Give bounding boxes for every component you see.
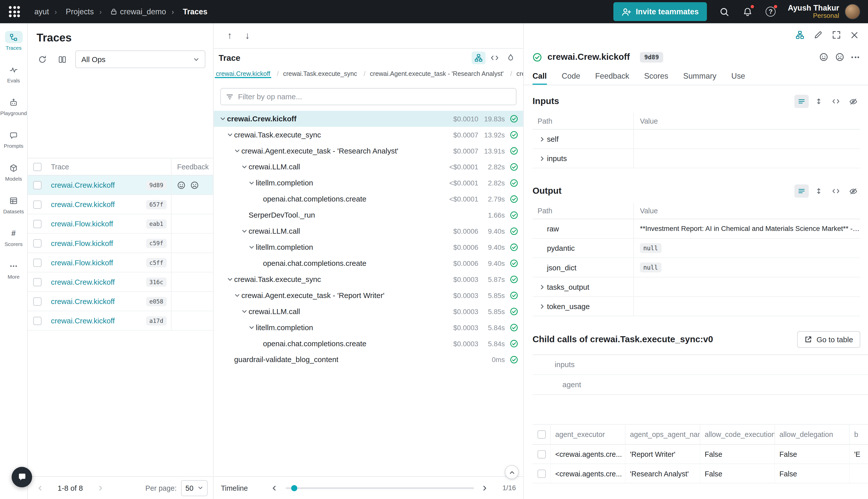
row-checkbox[interactable]	[537, 450, 546, 458]
trace-tree-row[interactable]: crewai.Agent.execute_task - 'Report Writ…	[214, 288, 523, 304]
previous-trace-button[interactable]: ↑	[223, 29, 237, 43]
column-header[interactable]: agent_executor	[550, 425, 625, 444]
chevron-down-icon[interactable]	[226, 276, 234, 282]
row-checkbox[interactable]	[33, 258, 41, 267]
row-checkbox[interactable]	[33, 181, 41, 189]
ops-filter-select[interactable]: All Ops	[75, 50, 206, 68]
table-row[interactable]: tasks_output	[532, 277, 860, 297]
table-row[interactable]: raw **Investment Report: AI in Chemical …	[532, 219, 860, 239]
chat-launcher-button[interactable]	[12, 467, 32, 487]
sidebar-item-prompts[interactable]: Prompts	[4, 129, 23, 149]
chevron-right-icon[interactable]	[537, 136, 547, 142]
table-row[interactable]: self	[532, 130, 860, 149]
sidebar-item-playground[interactable]: Playground	[0, 97, 27, 116]
detail-tab[interactable]: Summary	[683, 68, 716, 85]
row-checkbox[interactable]	[33, 278, 41, 286]
table-row[interactable]: crewai.Crew.kickoff 316c	[28, 272, 213, 292]
call-path-tab[interactable]: crewai.Task.execute_sync	[271, 70, 358, 78]
trace-tree-row[interactable]: litellm.completion $0.0006 9.40s	[214, 239, 523, 255]
table-row[interactable]: crewai.Crew.kickoff e058	[28, 292, 213, 311]
select-all-checkbox[interactable]	[537, 430, 546, 439]
detail-tab[interactable]: Call	[532, 68, 547, 85]
column-header[interactable]: allow_delegation	[774, 425, 850, 444]
scroll-to-top-button[interactable]	[505, 465, 519, 479]
chevron-down-icon[interactable]	[226, 132, 234, 138]
per-page-select[interactable]: 50	[181, 480, 208, 496]
row-checkbox[interactable]	[33, 239, 41, 247]
column-header[interactable]: allow_code_execution	[700, 425, 774, 444]
trace-tree-row[interactable]: openai.chat.completions.create <$0.0001 …	[214, 191, 523, 207]
wandb-logo[interactable]	[9, 6, 20, 17]
timeline-prev-icon[interactable]	[269, 483, 280, 494]
trace-name-link[interactable]: crewai.Flow.kickoff	[51, 220, 146, 228]
table-row[interactable]: crewai.Flow.kickoff c59f	[28, 234, 213, 253]
sidebar-item-evals[interactable]: Evals	[5, 63, 23, 83]
trace-tree-row[interactable]: crewai.LLM.call <$0.0001 2.82s	[214, 159, 523, 175]
trace-name-link[interactable]: crewai.Flow.kickoff	[51, 239, 146, 247]
code-view-icon[interactable]	[488, 51, 501, 64]
sidebar-item-more[interactable]: More	[5, 260, 23, 280]
chevron-down-icon[interactable]	[233, 148, 241, 154]
breadcrumb-account[interactable]: ayut	[34, 7, 49, 16]
detail-tab[interactable]: Code	[561, 68, 580, 85]
chevron-down-icon[interactable]	[240, 228, 249, 234]
table-row[interactable]: crewai.Crew.kickoff 9d89	[28, 175, 213, 195]
avatar[interactable]	[845, 4, 860, 19]
columns-toggle-button[interactable]	[55, 52, 69, 66]
trace-tree-row[interactable]: litellm.completion $0.0003 5.84s	[214, 320, 523, 336]
trace-name-link[interactable]: crewai.Crew.kickoff	[51, 297, 146, 305]
trace-tree-row[interactable]: crewai.LLM.call $0.0006 9.40s	[214, 223, 523, 239]
row-checkbox[interactable]	[33, 317, 41, 325]
next-trace-button[interactable]: ↓	[240, 29, 255, 43]
tree-view-icon[interactable]	[472, 51, 485, 64]
trace-tree-row[interactable]: crewai.LLM.call $0.0003 5.85s	[214, 304, 523, 320]
timeline-slider[interactable]	[286, 487, 474, 489]
table-row[interactable]: crewai.Crew.kickoff 657f	[28, 195, 213, 214]
chevron-down-icon[interactable]	[247, 180, 256, 186]
call-path-tab[interactable]: crewai.Crew.kickoff	[215, 70, 271, 78]
trace-tree-row[interactable]: crewai.Task.execute_sync $0.0007 13.92s	[214, 127, 523, 143]
row-checkbox[interactable]	[33, 200, 41, 208]
table-row[interactable]: <crewai.agents.cre... 'Report Writer' Fa…	[532, 445, 868, 464]
hide-empty-icon[interactable]	[846, 184, 860, 198]
call-path-tab[interactable]: crewai.Agent.execute_task - 'Research An…	[358, 70, 505, 78]
sidebar-item-models[interactable]: Models	[5, 162, 23, 182]
edit-icon[interactable]	[814, 31, 822, 39]
trace-name-link[interactable]: crewai.Crew.kickoff	[51, 181, 146, 189]
row-checkbox[interactable]	[33, 297, 41, 305]
chevron-down-icon[interactable]	[247, 244, 256, 250]
positive-feedback-icon[interactable]	[819, 52, 828, 61]
tree-view-icon[interactable]	[795, 31, 804, 39]
chevron-down-icon[interactable]	[233, 292, 241, 299]
detail-tab[interactable]: Feedback	[595, 68, 629, 85]
list-view-icon[interactable]	[794, 95, 809, 108]
sidebar-item-scorers[interactable]: # Scorers	[4, 227, 23, 247]
help-icon[interactable]: ?	[765, 5, 777, 17]
column-header[interactable]: agent_ops_agent_nan	[625, 425, 700, 444]
table-row[interactable]: inputs	[532, 149, 860, 168]
trace-name-link[interactable]: crewai.Crew.kickoff	[51, 278, 146, 286]
column-header[interactable]: b	[849, 425, 868, 444]
hide-empty-icon[interactable]	[846, 95, 860, 108]
breadcrumb-page[interactable]: Traces	[166, 7, 208, 16]
more-options-icon[interactable]	[852, 54, 859, 60]
code-format-icon[interactable]	[829, 95, 843, 108]
fullscreen-icon[interactable]	[832, 31, 841, 39]
chevron-right-icon[interactable]	[537, 284, 547, 290]
table-row[interactable]: json_dict null	[532, 258, 860, 277]
chevron-right-icon[interactable]	[537, 155, 547, 161]
chevron-right-icon[interactable]	[537, 303, 547, 309]
chevron-down-icon[interactable]	[247, 325, 256, 331]
refresh-button[interactable]	[35, 52, 49, 66]
go-to-table-button[interactable]: Go to table	[797, 331, 860, 348]
trace-tree-row[interactable]: litellm.completion <$0.0001 2.82s	[214, 175, 523, 191]
user-profile[interactable]: Ayush Thakur Personal	[788, 3, 860, 20]
next-page-button[interactable]	[94, 481, 107, 495]
trace-tree-row[interactable]: crewai.Agent.execute_task - 'Research An…	[214, 143, 523, 159]
trace-tree-row[interactable]: crewai.Task.execute_sync $0.0003 5.87s	[214, 271, 523, 288]
chevron-down-icon[interactable]	[240, 164, 249, 170]
detail-tab[interactable]: Scores	[644, 68, 668, 85]
flame-view-icon[interactable]	[504, 51, 518, 64]
positive-feedback-icon[interactable]	[177, 181, 185, 189]
chevron-down-icon[interactable]	[219, 116, 227, 122]
